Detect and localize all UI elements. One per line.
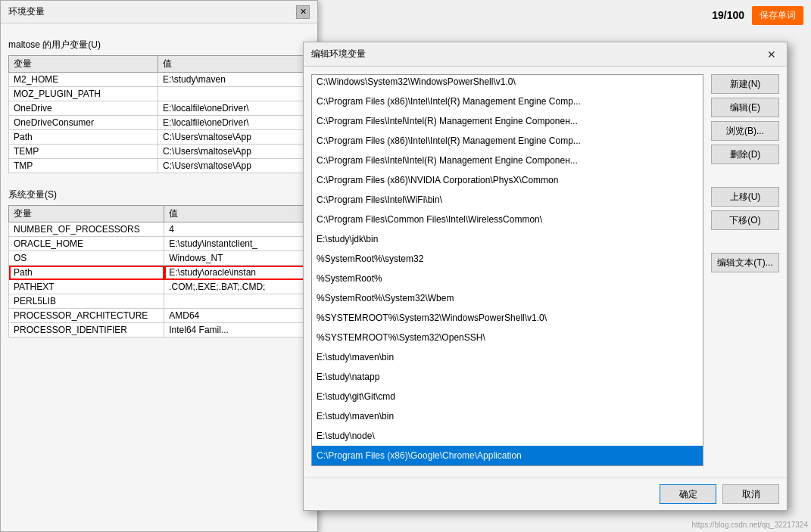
top-right-area: 19/100 保存单词 (660, 0, 811, 30)
var-value-cell: E:\localfile\oneDriver\ (158, 101, 310, 116)
delete-button[interactable]: 删除(D) (711, 145, 779, 164)
table-row[interactable]: NUMBER_OF_PROCESSORS4 (9, 222, 310, 237)
table-row[interactable]: ORACLE_HOMEE:\study\instantclient_ (9, 237, 310, 251)
var-value-cell: E:\study\maven (158, 73, 310, 87)
var-value-cell: AMD64 (164, 309, 310, 323)
list-item[interactable]: C:\Program Files (x86)\Intel\Intel(R) Ma… (312, 131, 703, 151)
env-window-titlebar: 环境变量 ✕ (1, 1, 317, 23)
list-item[interactable]: E:\study\maven\bin (312, 347, 703, 367)
list-item[interactable]: C:\Program Files (x86)\Google\Chrome\App… (312, 446, 703, 465)
var-value-cell: Windows_NT (164, 251, 310, 266)
list-item[interactable]: C:\Program Files\Intel\Intel(R) Manageme… (312, 151, 703, 170)
var-name-cell: ORACLE_HOME (9, 237, 164, 251)
var-name-cell: OneDrive (9, 101, 158, 116)
list-item[interactable]: E:\study\maven\bin (312, 406, 703, 426)
ok-button[interactable]: 确定 (660, 484, 716, 504)
table-row[interactable]: PERL5LIB (9, 294, 310, 309)
var-value-cell: 4 (164, 222, 310, 237)
table-row[interactable]: PathC:\Users\maltose\App (9, 130, 310, 145)
env-content: maltose 的用户变量(U) 变量 值 M2_HOMEE:\study\ma… (1, 23, 317, 345)
list-item[interactable]: C:\Program Files\Common Files\Intel\Wire… (312, 210, 703, 229)
list-item[interactable]: C:\Program Files (x86)\Intel\Intel(R) Ma… (312, 92, 703, 111)
sys-vars-label: 系统变量(S) (8, 188, 310, 201)
var-name-cell: PATHEXT (9, 280, 164, 294)
list-item[interactable]: C:\Program Files (x86)\NVIDIA Corporatio… (312, 170, 703, 190)
var-value-cell: Intel64 Famil... (164, 323, 310, 338)
move-down-button[interactable]: 下移(O) (711, 210, 779, 230)
browse-button[interactable]: 浏览(B)... (711, 121, 779, 141)
var-value-cell: E:\study\oracle\instan (164, 266, 310, 280)
sys-col-val-header: 值 (164, 206, 310, 222)
table-row[interactable]: TEMPC:\Users\maltose\App (9, 145, 310, 159)
list-item[interactable]: E:\study\node\ (312, 426, 703, 446)
sys-col-var-header: 变量 (9, 206, 164, 222)
table-row[interactable]: OSWindows_NT (9, 251, 310, 266)
edit-dialog: 编辑环境变量 ✕ C:\Windows\System32\WbemC:\Wind… (303, 42, 788, 511)
var-name-cell: OneDriveConsumer (9, 116, 158, 130)
env-window-title: 环境变量 (8, 5, 45, 18)
env-window: 环境变量 ✕ maltose 的用户变量(U) 变量 值 M2_HOMEE:\s… (0, 0, 318, 532)
var-name-cell: Path (9, 130, 158, 145)
table-row[interactable]: M2_HOMEE:\study\maven (9, 73, 310, 87)
var-value-cell: C:\Users\maltose\App (158, 130, 310, 145)
user-vars-label: maltose 的用户变量(U) (8, 39, 310, 51)
var-value-cell: E:\study\instantclient_ (164, 237, 310, 251)
var-name-cell: TEMP (9, 145, 158, 159)
table-row[interactable]: OneDriveConsumerE:\localfile\oneDriver\ (9, 116, 310, 130)
list-item[interactable]: E:\study\jdk\bin (312, 229, 703, 249)
list-item[interactable]: E:\study\natapp (312, 367, 703, 387)
var-value-cell: C:\Users\maltose\App (158, 159, 310, 173)
var-name-cell: NUMBER_OF_PROCESSORS (9, 222, 164, 237)
col-var-header: 变量 (9, 56, 158, 73)
edit-dialog-footer: 确定 取消 (304, 478, 787, 510)
cancel-button[interactable]: 取消 (722, 484, 779, 504)
env-window-close[interactable]: ✕ (296, 5, 310, 19)
table-row[interactable]: PathE:\study\oracle\instan (9, 266, 310, 280)
new-button[interactable]: 新建(N) (711, 74, 779, 94)
list-item[interactable]: C:\Windows\System32\WindowsPowerShell\v1… (312, 75, 703, 92)
var-name-cell: PROCESSOR_IDENTIFIER (9, 323, 164, 338)
list-item[interactable]: %SystemRoot%\System32\Wbem (312, 288, 703, 308)
table-row[interactable]: MOZ_PLUGIN_PATH (9, 87, 310, 101)
edit-dialog-titlebar: 编辑环境变量 ✕ (304, 42, 787, 67)
edit-buttons: 新建(N) 编辑(E) 浏览(B)... 删除(D) 上移(U) 下移(O) 编… (711, 74, 779, 466)
var-name-cell: OS (9, 251, 164, 266)
list-item[interactable]: E:\study\git\Git\cmd (312, 387, 703, 406)
user-vars-table: 变量 值 M2_HOMEE:\study\mavenMOZ_PLUGIN_PAT… (8, 55, 310, 173)
var-value-cell (164, 294, 310, 309)
var-name-cell: Path (9, 266, 164, 280)
var-name-cell: PROCESSOR_ARCHITECTURE (9, 309, 164, 323)
var-name-cell: TMP (9, 159, 158, 173)
watermark: https://blog.csdn.net/qq_32217324 (692, 521, 808, 529)
table-row[interactable]: PROCESSOR_ARCHITECTUREAMD64 (9, 309, 310, 323)
table-row[interactable]: TMPC:\Users\maltose\App (9, 159, 310, 173)
table-row[interactable]: PATHEXT.COM;.EXE;.BAT;.CMD; (9, 280, 310, 294)
list-item[interactable]: %SYSTEMROOT%\System32\WindowsPowerShell\… (312, 308, 703, 328)
path-list: C:\Windows\System32\WbemC:\Windows\Syste… (312, 75, 703, 465)
move-up-button[interactable]: 上移(U) (711, 187, 779, 207)
var-name-cell: MOZ_PLUGIN_PATH (9, 87, 158, 101)
list-item[interactable]: C:\Program Files\Intel\Intel(R) Manageme… (312, 111, 703, 131)
sys-vars-table: 变量 值 NUMBER_OF_PROCESSORS4ORACLE_HOMEE:\… (8, 205, 310, 338)
col-val-header: 值 (158, 56, 310, 73)
list-item[interactable]: C:\Program Files\Intel\WiFi\bin\ (312, 190, 703, 210)
var-value-cell (158, 87, 310, 101)
table-row[interactable]: PROCESSOR_IDENTIFIERIntel64 Famil... (9, 323, 310, 338)
page-count: 19/100 (712, 9, 744, 21)
edit-dialog-title: 编辑环境变量 (311, 48, 366, 61)
var-value-cell: .COM;.EXE;.BAT;.CMD; (164, 280, 310, 294)
edit-text-button[interactable]: 编辑文本(T)... (711, 253, 779, 272)
edit-dialog-body: C:\Windows\System32\WbemC:\Windows\Syste… (304, 67, 787, 474)
edit-dialog-close[interactable]: ✕ (764, 47, 779, 62)
list-item[interactable]: %SYSTEMROOT%\System32\OpenSSH\ (312, 328, 703, 347)
edit-button[interactable]: 编辑(E) (711, 98, 779, 117)
var-name-cell: PERL5LIB (9, 294, 164, 309)
var-value-cell: E:\localfile\oneDriver\ (158, 116, 310, 130)
var-name-cell: M2_HOME (9, 73, 158, 87)
list-item[interactable]: %SystemRoot% (312, 269, 703, 288)
table-row[interactable]: OneDriveE:\localfile\oneDriver\ (9, 101, 310, 116)
var-value-cell: C:\Users\maltose\App (158, 145, 310, 159)
save-button[interactable]: 保存单词 (752, 6, 803, 25)
list-item[interactable]: %SystemRoot%\system32 (312, 249, 703, 269)
